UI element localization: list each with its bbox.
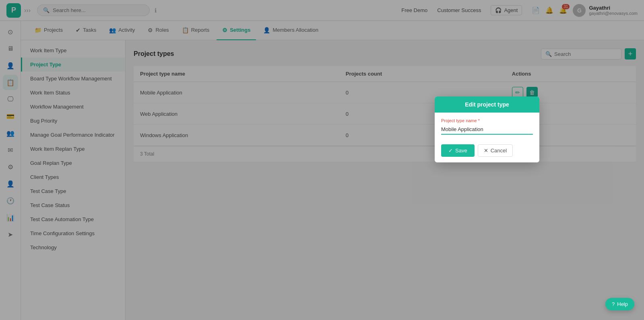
modal-body: Project type name * <box>435 113 539 140</box>
modal-overlay[interactable]: Edit project type Project type name * ✓ … <box>0 0 644 320</box>
edit-project-type-modal: Edit project type Project type name * ✓ … <box>435 96 539 162</box>
check-icon: ✓ <box>448 148 453 154</box>
modal-header: Edit project type <box>435 96 539 113</box>
project-type-name-input[interactable] <box>441 125 533 135</box>
help-icon: ? <box>612 301 615 307</box>
help-button[interactable]: ? Help <box>605 298 634 310</box>
cancel-button[interactable]: ✕ Cancel <box>478 144 513 157</box>
close-icon: ✕ <box>484 148 488 154</box>
modal-footer: ✓ Save ✕ Cancel <box>435 140 539 162</box>
save-button[interactable]: ✓ Save <box>441 144 475 157</box>
field-label: Project type name * <box>441 118 533 123</box>
